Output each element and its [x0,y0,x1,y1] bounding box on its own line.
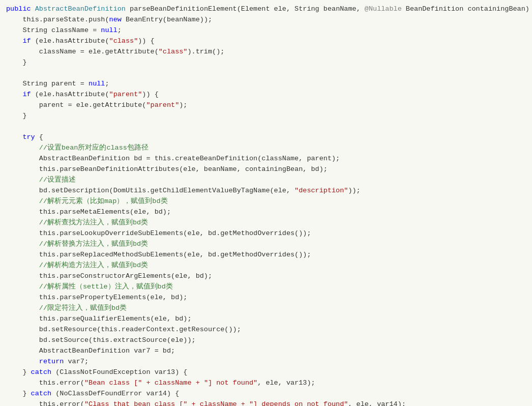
code-token: (ele.hasAttribute( [31,90,109,100]
code-line: } catch (ClassNotFoundException var13) { [0,367,532,378]
code-token: AbstractBeanDefinition [35,4,130,15]
code-token: if [22,36,31,47]
code-token: this.parseBeanDefinitionAttributes(ele, … [6,164,328,175]
code-token: "parent" [109,90,142,100]
code-token: return [39,357,64,367]
code-token [6,132,22,143]
code-line: //设置描述 [0,175,532,186]
code-token: //解析构造方法注入，赋值到bd类 [6,260,148,271]
code-token: , ele, var14); [348,399,405,406]
code-line: //解析构造方法注入，赋值到bd类 [0,260,532,271]
code-token: //限定符注入，赋值到bd类 [6,303,127,314]
code-token: this.parseLookupOverrideSubElements(ele,… [6,228,311,239]
code-token: this.error( [6,399,84,406]
code-token: String className = [6,25,101,36]
code-token: "Bean class [" + className + "] not foun… [84,378,257,389]
code-line: String parent = null; [0,79,532,90]
code-token: "Class that bean class [" + className + … [84,399,348,406]
code-token: try [22,132,35,143]
code-token: bd.setDescription(DomUtils.getChildEleme… [6,186,294,196]
code-token: var7; [64,357,88,367]
code-token: @Nullable [365,4,406,15]
code-line: this.parseMetaElements(ele, bd); [0,207,532,218]
code-line: bd.setSource(this.extractSource(ele)); [0,335,532,346]
code-line: if (ele.hasAttribute("parent")) { [0,90,532,100]
code-token: this.parseReplacedMethodSubElements(ele,… [6,250,311,260]
code-token: } [6,111,27,122]
code-line: //解析元元素（比如map），赋值到bd类 [0,196,532,207]
code-token: )); [348,186,360,196]
code-token: "description" [294,186,348,196]
code-token: //解析属性（settle）注入，赋值到bd类 [6,282,173,293]
code-token: catch [31,389,52,399]
code-line: this.parseState.push(new BeanEntry(beanN… [0,15,532,25]
code-token: //解析元元素（比如map），赋值到bd类 [6,196,168,207]
code-line: AbstractBeanDefinition var7 = bd; [0,346,532,357]
code-token: bd.setResource(this.readerContext.getRes… [6,325,241,335]
code-line: if (ele.hasAttribute("class")) { [0,36,532,47]
code-token [6,36,22,47]
code-line: String className = null; [0,25,532,36]
code-line: bd.setDescription(DomUtils.getChildEleme… [0,186,532,196]
code-token: } [6,57,27,68]
code-line: className = ele.getAttribute("class").tr… [0,47,532,57]
code-token: ).trim(); [187,47,224,57]
code-token: AbstractBeanDefinition var7 = bd; [6,346,175,357]
code-line: } catch (NoClassDefFoundError var14) { [0,389,532,399]
code-token: BeanEntry(beanName)); [126,15,212,25]
code-token: null [101,25,117,36]
code-token: ; [105,79,109,90]
code-token: null [88,79,105,90]
code-token: //设置bean所对应的class包路径 [6,143,149,154]
code-token: public [6,4,35,15]
code-token: //设置描述 [6,175,76,186]
code-line [0,122,532,132]
code-line: return var7; [0,357,532,367]
code-token: String parent = [6,79,88,90]
code-token: bd.setSource(this.extractSource(ele)); [6,335,196,346]
code-token [6,357,39,367]
code-line: this.error("Class that bean class [" + c… [0,399,532,406]
code-token: )) { [142,90,158,100]
code-token: )) { [138,36,154,47]
code-token: this.parseState.push( [6,15,109,25]
code-line: //解析属性（settle）注入，赋值到bd类 [0,282,532,293]
code-token: this.parseConstructorArgElements(ele, bd… [6,271,212,282]
code-token: this.parseQualifierElements(ele, bd); [6,314,192,325]
code-token: "class" [109,36,138,47]
code-viewer: public AbstractBeanDefinition parseBeanD… [0,0,532,406]
code-token: AbstractBeanDefinition bd = this.createB… [6,154,340,164]
code-line: //解析查找方法注入，赋值到bd类 [0,218,532,228]
code-token: this.parseMetaElements(ele, bd); [6,207,171,218]
code-line: this.parseQualifierElements(ele, bd); [0,314,532,325]
code-token: ; [117,25,122,36]
code-token: if [22,90,31,100]
code-token: { [35,132,43,143]
code-token: parseBeanDefinitionElement(Element ele, … [130,4,365,15]
code-line: this.parseBeanDefinitionAttributes(ele, … [0,164,532,175]
code-token: } [6,389,31,399]
code-token: (NoClassDefFoundError var14) { [51,389,179,399]
code-token: BeanDefinition containingBean) { [406,4,532,15]
code-token: new [109,15,126,25]
code-token: //解析查找方法注入，赋值到bd类 [6,218,148,228]
code-token: parent = ele.getAttribute( [6,100,146,111]
code-line: this.parsePropertyElements(ele, bd); [0,293,532,303]
code-token: className = ele.getAttribute( [6,47,159,57]
code-line: //解析替换方法注入，赋值到bd类 [0,239,532,250]
code-token: } [6,367,31,378]
code-line: //设置bean所对应的class包路径 [0,143,532,154]
code-token: this.error( [6,378,84,389]
code-line: this.parseConstructorArgElements(ele, bd… [0,271,532,282]
code-line: public AbstractBeanDefinition parseBeanD… [0,4,532,15]
code-token: "class" [159,47,188,57]
code-line: } [0,57,532,68]
code-line: try { [0,132,532,143]
code-token: this.parsePropertyElements(ele, bd); [6,293,187,303]
code-line: this.parseLookupOverrideSubElements(ele,… [0,228,532,239]
code-token: //解析替换方法注入，赋值到bd类 [6,239,148,250]
code-token: ); [179,100,187,111]
code-lines: public AbstractBeanDefinition parseBeanD… [0,4,532,406]
code-line: bd.setResource(this.readerContext.getRes… [0,325,532,335]
code-line: this.error("Bean class [" + className + … [0,378,532,389]
